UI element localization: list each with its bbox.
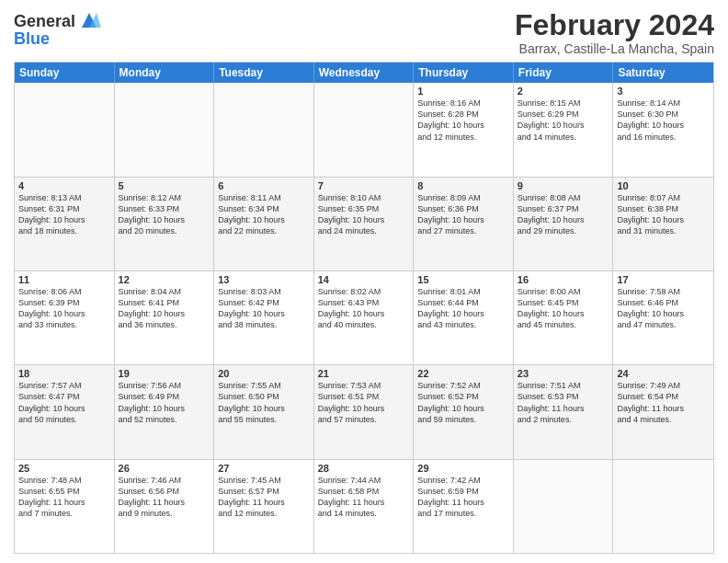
cell-sun-info: Sunrise: 7:51 AM Sunset: 6:53 PM Dayligh… bbox=[518, 380, 609, 425]
header: General Blue February 2024 Barrax, Casti… bbox=[14, 9, 714, 56]
calendar-row-2: 11Sunrise: 8:06 AM Sunset: 6:39 PM Dayli… bbox=[15, 270, 713, 364]
cal-cell-4-2: 27Sunrise: 7:45 AM Sunset: 6:57 PM Dayli… bbox=[214, 460, 314, 553]
cell-date-number: 27 bbox=[218, 463, 310, 474]
calendar: SundayMondayTuesdayWednesdayThursdayFrid… bbox=[14, 62, 714, 554]
cal-cell-1-1: 5Sunrise: 8:12 AM Sunset: 6:33 PM Daylig… bbox=[115, 178, 215, 270]
cell-date-number: 28 bbox=[318, 463, 410, 474]
calendar-row-4: 25Sunrise: 7:48 AM Sunset: 6:55 PM Dayli… bbox=[15, 459, 713, 553]
cell-sun-info: Sunrise: 8:13 AM Sunset: 6:31 PM Dayligh… bbox=[18, 192, 110, 237]
cal-cell-4-4: 29Sunrise: 7:42 AM Sunset: 6:59 PM Dayli… bbox=[414, 460, 514, 553]
cal-cell-4-1: 26Sunrise: 7:46 AM Sunset: 6:56 PM Dayli… bbox=[115, 460, 215, 553]
cell-date-number: 9 bbox=[518, 180, 609, 191]
cell-sun-info: Sunrise: 7:48 AM Sunset: 6:55 PM Dayligh… bbox=[18, 475, 110, 520]
cal-cell-0-5: 2Sunrise: 8:15 AM Sunset: 6:29 PM Daylig… bbox=[514, 83, 614, 176]
cell-sun-info: Sunrise: 7:46 AM Sunset: 6:56 PM Dayligh… bbox=[119, 475, 210, 520]
cell-date-number: 11 bbox=[18, 274, 110, 285]
cal-cell-0-2 bbox=[214, 83, 314, 176]
cal-cell-4-3: 28Sunrise: 7:44 AM Sunset: 6:58 PM Dayli… bbox=[314, 460, 415, 553]
cell-date-number: 14 bbox=[318, 274, 410, 285]
logo-icon bbox=[77, 9, 101, 33]
cell-sun-info: Sunrise: 8:03 AM Sunset: 6:42 PM Dayligh… bbox=[218, 286, 310, 331]
header-day-sunday: Sunday bbox=[15, 63, 115, 83]
cell-date-number: 12 bbox=[119, 274, 210, 285]
cell-sun-info: Sunrise: 8:06 AM Sunset: 6:39 PM Dayligh… bbox=[18, 286, 110, 331]
cell-date-number: 4 bbox=[18, 180, 110, 191]
month-year-title: February 2024 bbox=[515, 9, 714, 41]
cell-sun-info: Sunrise: 8:04 AM Sunset: 6:41 PM Dayligh… bbox=[119, 286, 210, 331]
cal-cell-3-2: 20Sunrise: 7:55 AM Sunset: 6:50 PM Dayli… bbox=[214, 365, 314, 458]
calendar-row-1: 4Sunrise: 8:13 AM Sunset: 6:31 PM Daylig… bbox=[15, 177, 713, 270]
cell-date-number: 18 bbox=[18, 368, 110, 379]
cell-date-number: 21 bbox=[318, 368, 410, 379]
cell-date-number: 24 bbox=[617, 368, 710, 379]
cal-cell-0-6: 3Sunrise: 8:14 AM Sunset: 6:30 PM Daylig… bbox=[613, 83, 713, 176]
header-day-wednesday: Wednesday bbox=[314, 63, 415, 83]
cal-cell-3-4: 22Sunrise: 7:52 AM Sunset: 6:52 PM Dayli… bbox=[414, 365, 514, 458]
cal-cell-1-5: 9Sunrise: 8:08 AM Sunset: 6:37 PM Daylig… bbox=[514, 178, 614, 270]
cell-sun-info: Sunrise: 7:55 AM Sunset: 6:50 PM Dayligh… bbox=[218, 380, 310, 425]
cell-date-number: 5 bbox=[119, 180, 210, 191]
calendar-row-3: 18Sunrise: 7:57 AM Sunset: 6:47 PM Dayli… bbox=[15, 364, 713, 458]
cal-cell-1-2: 6Sunrise: 8:11 AM Sunset: 6:34 PM Daylig… bbox=[214, 178, 314, 270]
cell-date-number: 20 bbox=[218, 368, 310, 379]
cal-cell-3-0: 18Sunrise: 7:57 AM Sunset: 6:47 PM Dayli… bbox=[15, 365, 115, 458]
cal-cell-3-1: 19Sunrise: 7:56 AM Sunset: 6:49 PM Dayli… bbox=[115, 365, 215, 458]
cell-sun-info: Sunrise: 8:08 AM Sunset: 6:37 PM Dayligh… bbox=[518, 192, 609, 237]
cal-cell-3-6: 24Sunrise: 7:49 AM Sunset: 6:54 PM Dayli… bbox=[613, 365, 713, 458]
header-day-friday: Friday bbox=[514, 63, 614, 83]
cell-date-number: 1 bbox=[417, 86, 509, 97]
cal-cell-4-5 bbox=[514, 460, 614, 553]
cell-sun-info: Sunrise: 7:56 AM Sunset: 6:49 PM Dayligh… bbox=[119, 380, 210, 425]
cal-cell-4-6 bbox=[613, 460, 713, 553]
cal-cell-3-5: 23Sunrise: 7:51 AM Sunset: 6:53 PM Dayli… bbox=[514, 365, 614, 458]
cell-date-number: 26 bbox=[119, 463, 210, 474]
cell-date-number: 6 bbox=[218, 180, 310, 191]
cell-date-number: 13 bbox=[218, 274, 310, 285]
cell-sun-info: Sunrise: 7:57 AM Sunset: 6:47 PM Dayligh… bbox=[18, 380, 110, 425]
cal-cell-0-1 bbox=[115, 83, 215, 176]
cell-sun-info: Sunrise: 7:53 AM Sunset: 6:51 PM Dayligh… bbox=[318, 380, 410, 425]
calendar-body: 1Sunrise: 8:16 AM Sunset: 6:28 PM Daylig… bbox=[15, 83, 713, 553]
cal-cell-0-3 bbox=[314, 83, 415, 176]
cal-cell-1-0: 4Sunrise: 8:13 AM Sunset: 6:31 PM Daylig… bbox=[15, 178, 115, 270]
cal-cell-2-0: 11Sunrise: 8:06 AM Sunset: 6:39 PM Dayli… bbox=[15, 271, 115, 364]
cell-date-number: 17 bbox=[617, 274, 710, 285]
cell-sun-info: Sunrise: 8:02 AM Sunset: 6:43 PM Dayligh… bbox=[318, 286, 410, 331]
cell-sun-info: Sunrise: 7:45 AM Sunset: 6:57 PM Dayligh… bbox=[218, 475, 310, 520]
cal-cell-2-2: 13Sunrise: 8:03 AM Sunset: 6:42 PM Dayli… bbox=[214, 271, 314, 364]
cell-sun-info: Sunrise: 7:42 AM Sunset: 6:59 PM Dayligh… bbox=[417, 475, 509, 520]
cal-cell-2-1: 12Sunrise: 8:04 AM Sunset: 6:41 PM Dayli… bbox=[115, 271, 215, 364]
cell-sun-info: Sunrise: 8:11 AM Sunset: 6:34 PM Dayligh… bbox=[218, 192, 310, 237]
cell-sun-info: Sunrise: 7:58 AM Sunset: 6:46 PM Dayligh… bbox=[617, 286, 710, 331]
cell-date-number: 19 bbox=[119, 368, 210, 379]
cal-cell-0-0 bbox=[15, 83, 115, 176]
cell-date-number: 25 bbox=[18, 463, 110, 474]
cal-cell-1-3: 7Sunrise: 8:10 AM Sunset: 6:35 PM Daylig… bbox=[314, 178, 415, 270]
cell-date-number: 15 bbox=[417, 274, 509, 285]
cal-cell-4-0: 25Sunrise: 7:48 AM Sunset: 6:55 PM Dayli… bbox=[15, 460, 115, 553]
cell-sun-info: Sunrise: 8:07 AM Sunset: 6:38 PM Dayligh… bbox=[617, 192, 710, 237]
calendar-row-0: 1Sunrise: 8:16 AM Sunset: 6:28 PM Daylig… bbox=[15, 83, 713, 176]
cell-sun-info: Sunrise: 7:44 AM Sunset: 6:58 PM Dayligh… bbox=[318, 475, 410, 520]
logo-general-text: General bbox=[14, 12, 75, 31]
cell-sun-info: Sunrise: 7:49 AM Sunset: 6:54 PM Dayligh… bbox=[617, 380, 710, 425]
cell-sun-info: Sunrise: 7:52 AM Sunset: 6:52 PM Dayligh… bbox=[417, 380, 509, 425]
cell-sun-info: Sunrise: 8:10 AM Sunset: 6:35 PM Dayligh… bbox=[318, 192, 410, 237]
header-day-tuesday: Tuesday bbox=[214, 63, 314, 83]
cell-sun-info: Sunrise: 8:14 AM Sunset: 6:30 PM Dayligh… bbox=[617, 98, 710, 143]
cell-date-number: 22 bbox=[417, 368, 509, 379]
cell-date-number: 7 bbox=[318, 180, 410, 191]
cell-sun-info: Sunrise: 8:01 AM Sunset: 6:44 PM Dayligh… bbox=[417, 286, 509, 331]
cell-date-number: 3 bbox=[617, 86, 710, 97]
cell-sun-info: Sunrise: 8:00 AM Sunset: 6:45 PM Dayligh… bbox=[518, 286, 609, 331]
header-day-monday: Monday bbox=[115, 63, 215, 83]
header-day-saturday: Saturday bbox=[613, 63, 713, 83]
cal-cell-2-3: 14Sunrise: 8:02 AM Sunset: 6:43 PM Dayli… bbox=[314, 271, 415, 364]
title-block: February 2024 Barrax, Castille-La Mancha… bbox=[515, 9, 714, 56]
cell-date-number: 16 bbox=[518, 274, 609, 285]
cell-date-number: 29 bbox=[417, 463, 509, 474]
cal-cell-2-5: 16Sunrise: 8:00 AM Sunset: 6:45 PM Dayli… bbox=[514, 271, 614, 364]
location-subtitle: Barrax, Castille-La Mancha, Spain bbox=[515, 41, 714, 56]
cell-date-number: 2 bbox=[518, 86, 609, 97]
cal-cell-1-4: 8Sunrise: 8:09 AM Sunset: 6:36 PM Daylig… bbox=[414, 178, 514, 270]
